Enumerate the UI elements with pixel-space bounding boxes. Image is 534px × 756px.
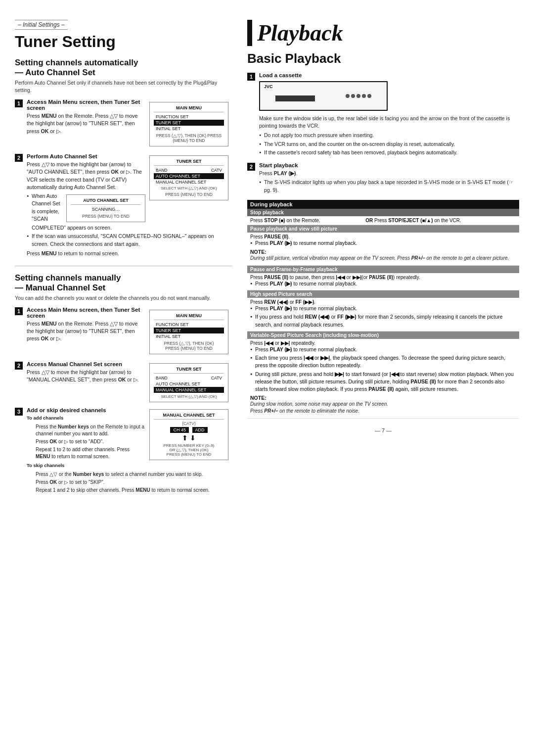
manual-step2-menu: TUNER SET BANDCATV AUTO CHANNEL SET MANU… [149, 363, 228, 402]
right-step1-title: Load a cassette [259, 72, 519, 78]
vcr-btn-2 [351, 94, 355, 98]
manual-step2-content: TUNER SET BANDCATV AUTO CHANNEL SET MANU… [27, 361, 228, 402]
page-container: – Initial Settings – Tuner Setting Setti… [0, 0, 534, 756]
right-step2-title: Start playback [259, 162, 519, 168]
manual-step3: 3 MANUAL CHANNEL SET (CATV) CH 45 ADD ⬆ … [15, 407, 232, 496]
high-speed-content: Press REW (◀◀) or FF (▶▶). Press PLAY (▶… [247, 298, 519, 331]
right-step1: 1 Load a cassette JVC Make su [247, 72, 519, 157]
variable-speed-content: Press |◀◀ or ▶▶| repeatedly. Press PLAY … [247, 339, 519, 419]
high-speed-header: High speed Picture search [247, 290, 519, 298]
vcr-diagram: JVC [259, 81, 388, 111]
during-playback-table: During playback Stop playback Press STOP… [247, 200, 519, 419]
auto-section-intro: Perform Auto Channel Set only if channel… [15, 79, 232, 94]
manual-step1-menu: MAIN MENU FUNCTION SET TUNER SET INITIAL… [149, 310, 228, 354]
variable-speed-header: Variable-Speed Picture Search (including… [247, 331, 519, 339]
manual-step2: 2 TUNER SET BANDCATV AUTO CHANNEL SET MA… [15, 361, 232, 402]
right-step1-num: 1 [247, 73, 255, 81]
manual-step1-num: 1 [15, 307, 23, 315]
right-step1-body: Make sure the window side is up, the rea… [259, 115, 519, 156]
vcr-btn-5 [367, 94, 371, 98]
right-step2-body: Press PLAY (▶). The S-VHS indicator ligh… [259, 170, 519, 194]
frame-by-frame-content: Press PAUSE (II) to pause, then press |◀… [247, 273, 519, 290]
auto-step1: 1 MAIN MENU FUNCTION SET TUNER SET INITI… [15, 99, 232, 148]
auto-step2-bullets: When Auto Channel Set is complete, "SCAN… [27, 192, 228, 257]
right-column: Playback Basic Playback 1 Load a cassett… [247, 20, 519, 736]
frame-by-frame-header: Pause and Frame-by-Frame playback [247, 265, 519, 273]
auto-step1-num: 1 [15, 99, 23, 107]
vcr-buttons [346, 94, 371, 98]
manual-section-intro: You can add the channels you want or del… [15, 294, 232, 302]
stop-playback-content: Press STOP (■) on the Remote. OR Press S… [247, 216, 519, 225]
pause-playback-content: Press PAUSE (II). Press PLAY (▶) to resu… [247, 233, 519, 266]
stop-playback-header: Stop playback [247, 209, 519, 216]
manual-step1: 1 MAIN MENU FUNCTION SET TUNER SET INITI… [15, 307, 232, 356]
vcr-btn-4 [362, 94, 366, 98]
manual-step3-menu: MANUAL CHANNEL SET (CATV) CH 45 ADD ⬆ ⬇ … [149, 409, 228, 460]
basic-playback-title: Basic Playback [247, 51, 519, 66]
section-divider [15, 266, 232, 266]
left-column: – Initial Settings – Tuner Setting Setti… [15, 20, 232, 736]
vcr-slot [275, 95, 315, 101]
vcr-btn-3 [356, 94, 360, 98]
manual-step3-content: MANUAL CHANNEL SET (CATV) CH 45 ADD ⬆ ⬇ … [27, 407, 228, 496]
page-number: — 7 — [247, 427, 519, 433]
right-step2-content: Start playback Press PLAY (▶). The S-VHS… [259, 162, 519, 195]
manual-section-title: Setting channels manually — Manual Chann… [15, 273, 232, 293]
during-playback-header: During playback [247, 200, 519, 209]
right-step1-content: Load a cassette JVC Make sure the window… [259, 72, 519, 157]
auto-step1-content: MAIN MENU FUNCTION SET TUNER SET INITIAL… [27, 99, 228, 148]
initial-settings-label: – Initial Settings – [15, 20, 68, 30]
playback-title: Playback [247, 20, 519, 46]
auto-step2: 2 TUNER SET BANDCATV AUTO CHANNEL SET MA… [15, 153, 232, 259]
auto-section-title: Setting channels automatically — Auto Ch… [15, 58, 232, 78]
pause-playback-header: Pause playback and view still picture [247, 225, 519, 233]
manual-step3-num: 3 [15, 408, 23, 416]
vcr-btn-1 [346, 94, 350, 98]
auto-step1-menu: MAIN MENU FUNCTION SET TUNER SET INITIAL… [149, 102, 228, 146]
tuner-title: Tuner Setting [15, 33, 232, 51]
auto-step2-num: 2 [15, 154, 23, 162]
manual-step2-num: 2 [15, 362, 23, 370]
right-step2-num: 2 [247, 163, 255, 171]
right-step2: 2 Start playback Press PLAY (▶). The S-V… [247, 162, 519, 195]
manual-step1-content: MAIN MENU FUNCTION SET TUNER SET INITIAL… [27, 307, 228, 356]
auto-step2-content: TUNER SET BANDCATV AUTO CHANNEL SET MANU… [27, 153, 228, 259]
